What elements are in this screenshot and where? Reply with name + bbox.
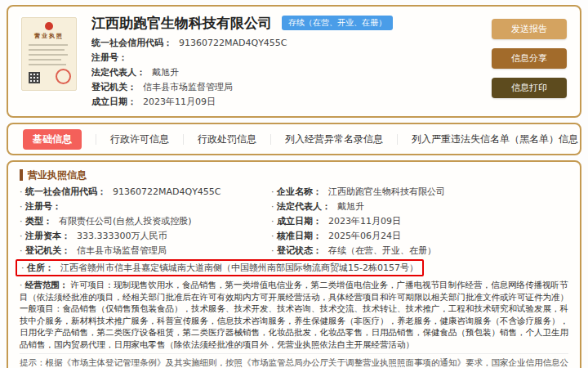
send-report-button[interactable]: 发送报告 (492, 19, 567, 39)
section-title-business-license-info: 营业执照信息 (20, 169, 568, 181)
field-value: 戴旭升 (152, 67, 179, 78)
field-label: 注册号： (25, 201, 61, 212)
field-value: 333.333300万人民币 (77, 231, 167, 241)
tab-admin-penalty[interactable]: 行政处罚信息 (198, 129, 256, 150)
tab-bar: 基础信息 行政许可信息 行政处罚信息 列入经营异常名录信息 列入严重违法失信名单… (8, 124, 580, 154)
field-label: 统一社会信用代码： (91, 38, 172, 48)
business-license-thumbnail[interactable]: 营业执照 (21, 17, 77, 91)
business-license-info-card: 营业执照信息 统一社会信用代码：91360722MAD4QY455C 注册号： … (7, 160, 581, 368)
field-label: 住所： (27, 263, 54, 273)
field-label: 法定代表人： (277, 201, 331, 212)
field-label: 注册资本： (25, 231, 70, 241)
license-qr-code (29, 72, 40, 83)
field-value: 信丰县市场监督管理局 (143, 82, 233, 92)
tab-serious-violation-blacklist[interactable]: 列入严重违法失信名单（黑名单）信息 (412, 129, 578, 150)
header-field-establish-date: 成立日期：2023年11月09日 (91, 95, 483, 110)
license-red-stamp-icon (56, 69, 71, 84)
field-value: 2025年06月24日 (328, 231, 401, 241)
header-field-reg-number: 注册号： (91, 51, 483, 65)
field-value: 2023年11月09日 (328, 216, 401, 227)
field-label: 经营范围： (25, 280, 69, 289)
main-field-registration-status: 登记状态：存续（在营、开业、在册） (271, 244, 568, 258)
main-field-approval-date: 核准日期：2025年06月24日 (271, 229, 568, 244)
tab-divider (397, 134, 398, 145)
company-name-title: 江西助跑官生物科技有限公司 (91, 14, 272, 32)
main-field-establish-date: 成立日期：2023年11月09日 (271, 214, 568, 229)
footer-note: 提示：根据《市场主体登记管理条例》及其实施细则，按照《市场监管总局办公厅关于调整… (20, 353, 568, 368)
license-thumb-title: 营业执照 (22, 32, 76, 40)
field-value: 有限责任公司(自然人投资或控股) (59, 216, 192, 227)
field-value: 2023年11月09日 (143, 96, 216, 107)
main-field-reg-number: 注册号： (20, 200, 271, 214)
field-label: 核准日期： (277, 231, 322, 241)
status-badge: 存续（在营、开业、在册） (282, 16, 393, 30)
main-field-legal-rep: 法定代表人：戴旭升 (271, 200, 568, 214)
main-field-company-name: 企业名称：江西助跑官生物科技有限公司 (271, 185, 568, 200)
field-value: 信丰县市场监督管理局 (77, 245, 167, 256)
field-label: 统一社会信用代码： (25, 186, 106, 197)
header-field-credit-code: 统一社会信用代码：91360722MAD4QY455C (91, 36, 483, 51)
tab-admin-license[interactable]: 行政许可信息 (110, 129, 169, 150)
header-field-legal-rep: 法定代表人：戴旭升 (91, 65, 483, 80)
field-label: 类型： (25, 216, 52, 227)
field-label: 注册号： (91, 52, 127, 63)
business-scope-row: 经营范围： 许可项目：现制现售饮用水，食品销售，第一类增值电信业务，第二类增值电… (20, 279, 568, 350)
field-label: 登记状态： (277, 245, 322, 256)
address-value: 江西省赣州市信丰县嘉定镇城南大道南侧（中国赣州南部国际物流商贸城15-2栋015… (60, 263, 418, 273)
tab-divider (270, 134, 271, 145)
national-emblem-icon (45, 22, 53, 30)
business-scope-value: 许可项目：现制现售饮用水，食品销售，第一类增值电信业务，第二类增值电信业务，广播… (20, 280, 568, 349)
field-value: 江西助跑官生物科技有限公司 (328, 186, 445, 197)
field-label: 成立日期： (91, 96, 136, 107)
header-field-reg-authority: 登记机关：信丰县市场监督管理局 (91, 80, 483, 95)
tab-divider (96, 134, 96, 145)
main-field-company-type: 类型：有限责任公司(自然人投资或控股) (20, 214, 271, 229)
main-field-registered-capital: 注册资本：333.333300万人民币 (20, 229, 271, 244)
field-label: 企业名称： (277, 186, 322, 197)
field-label: 登记机关： (25, 245, 70, 256)
info-share-button[interactable]: 信息分享 (492, 48, 567, 69)
field-value: 戴旭升 (337, 201, 364, 212)
field-label: 成立日期： (277, 216, 322, 227)
address-highlight-box: 住所：江西省赣州市信丰县嘉定镇城南大道南侧（中国赣州南部国际物流商贸城15-2栋… (16, 259, 424, 276)
field-value: 91360722MAD4QY455C (113, 186, 221, 197)
tab-basic-info[interactable]: 基础信息 (23, 129, 82, 150)
info-print-button[interactable]: 信息打印 (492, 78, 567, 98)
field-label: 法定代表人： (91, 67, 145, 78)
main-field-credit-code: 统一社会信用代码：91360722MAD4QY455C (20, 185, 271, 200)
tab-bar-card: 基础信息 行政许可信息 行政处罚信息 列入经营异常名录信息 列入严重违法失信名单… (7, 123, 581, 155)
tab-divider (183, 134, 184, 145)
company-header-card: 营业执照 江西助跑官生物科技有限公司 存续（在营、开业、在册） 统一社会信用代码… (7, 5, 581, 118)
field-label: 登记机关： (91, 82, 136, 92)
tab-abnormal-operation-list[interactable]: 列入经营异常名录信息 (285, 129, 383, 150)
field-value: 存续（在营、开业、在册） (328, 245, 436, 256)
main-field-reg-authority: 登记机关：信丰县市场监督管理局 (20, 244, 271, 258)
field-value: 91360722MAD4QY455C (179, 38, 287, 48)
